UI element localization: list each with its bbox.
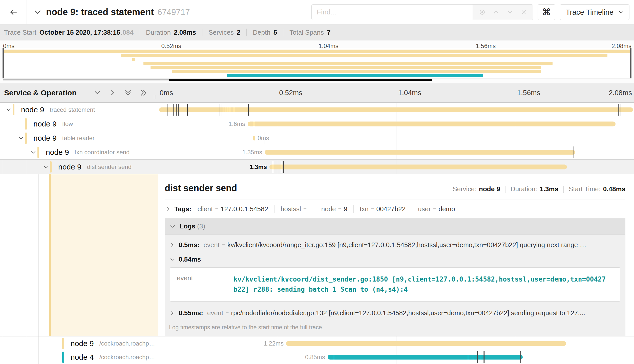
chevron-down-icon bbox=[18, 135, 24, 141]
chevron-down-icon bbox=[6, 107, 12, 113]
span-row-traced-statement[interactable]: node 9 traced statement bbox=[0, 103, 634, 117]
span-row-flow[interactable]: node 9 flow 1.6ms bbox=[0, 117, 634, 131]
service-color-bar bbox=[62, 338, 64, 349]
find-prev-icon[interactable] bbox=[492, 8, 500, 16]
service-color-bar bbox=[37, 147, 39, 158]
tags-row[interactable]: Tags: client=127.0.0.1:54582hostssl=node… bbox=[165, 200, 625, 217]
span-operation: dist sender send bbox=[87, 163, 132, 170]
span-detail-content: dist sender send Service:node 9 Duration… bbox=[158, 174, 634, 336]
span-timeline-cell[interactable]: 0ms bbox=[158, 131, 634, 145]
tags-label: Tags: bbox=[174, 205, 191, 213]
span-name-cell[interactable]: node 9 /cockroach.roachpb.I… bbox=[0, 336, 158, 350]
equals-sign: = bbox=[371, 206, 374, 213]
minimap-scroll-thumb[interactable] bbox=[169, 79, 432, 81]
log-timestamp: 0.55ms: bbox=[179, 309, 203, 317]
ruler-tick-label: 0ms bbox=[160, 89, 173, 97]
span-collapse-chevron[interactable] bbox=[30, 149, 37, 155]
span-bar[interactable] bbox=[253, 136, 255, 141]
span-bar[interactable] bbox=[269, 164, 567, 169]
tag-hostssl: hostssl= bbox=[281, 205, 309, 213]
summary-duration: Duration 2.08ms bbox=[146, 29, 196, 36]
summary-trace-start: Trace Start October 15 2020, 17:38:15.08… bbox=[4, 29, 134, 36]
locate-icon[interactable] bbox=[478, 8, 486, 16]
expand-all-icon[interactable] bbox=[140, 89, 148, 97]
span-timeline-cell[interactable] bbox=[158, 103, 634, 117]
log-entry-collapsed[interactable]: 0.55ms: event = rpc/nodedialer/nodediale… bbox=[165, 303, 625, 318]
span-name-cell[interactable]: node 9 dist sender send bbox=[0, 160, 158, 174]
span-timeline-cell[interactable]: 1.6ms bbox=[158, 117, 634, 131]
log-marker-tick bbox=[264, 132, 264, 144]
ruler-tick-label: 0.52ms bbox=[279, 89, 302, 97]
span-collapse-chevron[interactable] bbox=[6, 107, 12, 113]
trace-summary-bar: Trace Start October 15 2020, 17:38:15.08… bbox=[0, 24, 634, 40]
span-timeline-cell[interactable]: 0.85ms bbox=[158, 350, 634, 364]
span-operation: traced statement bbox=[50, 106, 95, 113]
keyboard-shortcuts-button[interactable]: ⌘ bbox=[538, 4, 555, 20]
span-name-cell[interactable]: node 4 /cockroach.roachpb.I… bbox=[0, 350, 158, 364]
span-name-cell[interactable]: node 9 flow bbox=[0, 117, 158, 131]
minimap-span-bar bbox=[132, 58, 135, 61]
span-timeline-cell[interactable]: 1.35ms bbox=[158, 145, 634, 159]
span-timeline-cell[interactable]: 1.22ms bbox=[158, 336, 634, 350]
tag-value: 00427b22 bbox=[376, 205, 406, 213]
span-name-cell[interactable]: node 9 txn coordinator send bbox=[0, 145, 158, 159]
indent-guide bbox=[38, 336, 39, 350]
span-row-dist-sender-send[interactable]: node 9 dist sender send 1.3ms bbox=[0, 159, 634, 174]
tag-user: user=demo bbox=[418, 205, 455, 213]
indent-guide bbox=[2, 131, 2, 145]
logs-header[interactable]: Logs (3) bbox=[165, 218, 625, 234]
view-dropdown[interactable]: Trace Timeline bbox=[560, 4, 629, 20]
find-clear-icon[interactable] bbox=[520, 9, 527, 16]
back-button[interactable] bbox=[0, 0, 27, 24]
span-row-node9-rpc[interactable]: node 9 /cockroach.roachpb.I… 1.22ms bbox=[0, 336, 634, 350]
chevron-right-icon bbox=[170, 310, 175, 316]
span-bar[interactable] bbox=[286, 341, 566, 346]
span-name-cell[interactable]: node 9 traced statement bbox=[0, 103, 158, 117]
gridline bbox=[277, 350, 277, 364]
summary-value-suffix: .084 bbox=[121, 29, 134, 36]
column-resize-grip[interactable] bbox=[154, 95, 156, 99]
indent-guide bbox=[26, 336, 26, 350]
log-marker-tick bbox=[226, 104, 226, 116]
expand-one-icon[interactable] bbox=[109, 89, 116, 97]
span-bar[interactable] bbox=[265, 150, 575, 155]
find-input[interactable] bbox=[312, 5, 473, 20]
minimap-span-bar bbox=[121, 54, 607, 57]
span-bar[interactable] bbox=[328, 355, 523, 360]
tag-key: node bbox=[321, 205, 336, 213]
tag-key: user bbox=[418, 205, 431, 213]
span-row-node4-rpc[interactable]: node 4 /cockroach.roachpb.I… 0.85ms bbox=[0, 350, 634, 364]
equals-sign: = bbox=[225, 310, 229, 317]
log-field-value: kv/kvclient/kvcoord/dist_sender.go:1850 … bbox=[234, 274, 608, 295]
minimap-canvas[interactable] bbox=[3, 48, 631, 78]
indent-guide bbox=[14, 160, 14, 174]
indent-guide bbox=[14, 174, 14, 336]
trace-collapse-toggle[interactable] bbox=[33, 8, 42, 16]
minimap-span-bar bbox=[151, 66, 541, 69]
span-bar[interactable] bbox=[248, 122, 616, 126]
span-row-txn-coordinator-send[interactable]: node 9 txn coordinator send 1.35ms bbox=[0, 145, 634, 159]
logs-title: Logs bbox=[180, 222, 195, 230]
span-timeline-cell[interactable]: 1.3ms bbox=[158, 160, 634, 174]
indent-guide bbox=[2, 117, 2, 131]
log-marker-tick bbox=[481, 351, 481, 363]
span-name-cell[interactable]: node 9 table reader bbox=[0, 131, 158, 145]
span-row-table-reader[interactable]: node 9 table reader 0ms bbox=[0, 131, 634, 145]
minimap-right-handle[interactable] bbox=[630, 48, 631, 78]
trace-viewer: node 9: traced statement 6749717 ⌘ Trace… bbox=[0, 0, 634, 364]
service-color-bar bbox=[50, 161, 52, 173]
collapse-one-icon[interactable] bbox=[94, 89, 101, 97]
log-field-value: rpc/nodedialer/nodedialer.go:132 [n9,cli… bbox=[231, 309, 585, 317]
log-entry-collapsed[interactable]: 0.5ms: event = kv/kvclient/kvcoord/range… bbox=[165, 234, 625, 250]
collapse-all-icon[interactable] bbox=[124, 89, 132, 97]
log-marker-tick bbox=[173, 104, 174, 116]
equals-sign: = bbox=[303, 206, 307, 213]
find-next-icon[interactable] bbox=[506, 8, 514, 16]
span-collapse-chevron[interactable] bbox=[43, 164, 49, 170]
span-collapse-chevron[interactable] bbox=[18, 135, 25, 141]
indent-guide bbox=[14, 145, 14, 159]
minimap-left-handle[interactable] bbox=[3, 48, 4, 78]
log-entry-expanded-header[interactable]: 0.54ms bbox=[165, 250, 625, 263]
summary-services: Services 2 bbox=[208, 29, 240, 36]
summary-depth: Depth 5 bbox=[253, 29, 277, 36]
